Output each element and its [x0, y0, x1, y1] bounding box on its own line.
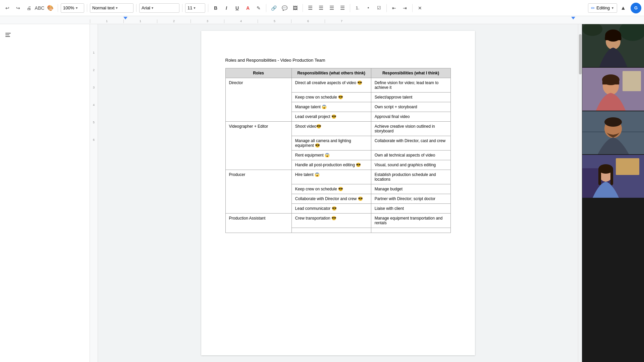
mine-cell: [371, 228, 450, 233]
font-size-selector[interactable]: 11 ▼: [185, 3, 205, 13]
document-outline-button[interactable]: [3, 29, 13, 40]
responsibilities-table: Roles Responsibilities (what others thin…: [225, 68, 451, 233]
col-header-mine: Responsibilities (what I think): [371, 68, 450, 78]
mine-cell: Own all technical aspects of video: [371, 150, 450, 160]
mine-cell: Liaise with client: [371, 204, 450, 214]
underline-button[interactable]: U: [232, 3, 242, 13]
bulleted-list-dropdown[interactable]: •: [364, 3, 373, 13]
undo-button[interactable]: ↩: [3, 3, 12, 13]
zoom-selector[interactable]: 100% ▼: [61, 3, 84, 13]
others-cell: Crew transportation 😎: [291, 214, 371, 228]
svg-point-17: [604, 117, 622, 127]
print-button[interactable]: 🖨: [24, 3, 34, 13]
image-button[interactable]: 🖼: [290, 3, 300, 13]
paint-format-button[interactable]: 🎨: [46, 3, 55, 13]
numbered-list-button[interactable]: 1.: [353, 3, 362, 13]
spell-check-button[interactable]: ABC: [35, 3, 44, 13]
bold-button[interactable]: B: [211, 3, 220, 13]
video-feed-2: [582, 68, 644, 111]
comment-button[interactable]: 💬: [280, 3, 289, 13]
others-cell: Collaborate with Director and crew 😎: [291, 194, 371, 204]
role-producer: Producer: [225, 170, 291, 214]
align-center-button[interactable]: ☰: [316, 3, 326, 13]
editing-mode-selector[interactable]: ✏ Editing ▼: [588, 3, 617, 13]
editing-label: Editing: [596, 5, 610, 10]
others-cell: Shoot video😎: [291, 122, 371, 136]
font-selector[interactable]: Arial ▼: [139, 3, 179, 13]
separator: [350, 4, 350, 12]
role-production-assistant: Production Assistant: [225, 214, 291, 233]
link-button[interactable]: 🔗: [269, 3, 278, 13]
main-area: 1 2 3 4 5 6 Roles and Responsibilities -…: [0, 24, 644, 362]
highlight-button[interactable]: ✎: [254, 3, 263, 13]
document[interactable]: Roles and Responsibilities - Video Produ…: [201, 31, 475, 355]
font-size-dropdown-arrow: ▼: [193, 6, 196, 10]
mine-cell: Own script + storyboard: [371, 102, 450, 112]
align-right-button[interactable]: ☰: [327, 3, 336, 13]
svg-rect-24: [598, 168, 601, 185]
style-selector[interactable]: Normal text ▼: [90, 3, 133, 13]
video-tile-3: [582, 111, 644, 155]
others-cell: Lead communicator 😎: [291, 204, 371, 214]
vertical-ruler: 1 2 3 4 5 6: [90, 24, 98, 362]
document-area[interactable]: Roles and Responsibilities - Video Produ…: [98, 24, 578, 362]
editing-pencil-icon: ✏: [591, 5, 595, 11]
ruler-mark: 5: [258, 19, 291, 23]
tab-stop-marker: [123, 17, 127, 19]
clear-format-button[interactable]: ✕: [415, 3, 425, 13]
others-cell: Direct all creative aspects of video 😎: [291, 78, 371, 93]
mine-cell: Approval final video: [371, 112, 450, 122]
ruler-marks: 1 1 2 3 4 5 6 7: [90, 19, 644, 23]
svg-rect-2: [5, 36, 10, 37]
col-header-others: Responsibilities (what others think): [291, 68, 371, 78]
align-left-button[interactable]: ☰: [306, 3, 315, 13]
style-dropdown-arrow: ▼: [115, 6, 118, 10]
style-value: Normal text: [92, 5, 114, 10]
justify-button[interactable]: ☰: [338, 3, 347, 13]
table-header-row: Roles Responsibilities (what others thin…: [225, 68, 450, 78]
decrease-indent-button[interactable]: ⇤: [389, 3, 399, 13]
role-videographer: Videographer + Editor: [225, 122, 291, 170]
ruler-mark: 7: [325, 19, 358, 23]
horizontal-ruler: 1 1 2 3 4 5 6 7: [0, 16, 644, 24]
vertical-scrollbar[interactable]: [578, 24, 582, 362]
separator: [303, 4, 303, 12]
mine-cell: Visual, sound and graphics editing: [371, 160, 450, 170]
scrollbar-thumb[interactable]: [579, 34, 582, 74]
separator: [58, 4, 58, 12]
video-tile-1: [582, 24, 644, 68]
table-row: Director Direct all creative aspects of …: [225, 78, 450, 93]
separator: [136, 4, 137, 12]
increase-indent-button[interactable]: ⇥: [400, 3, 410, 13]
role-director: Director: [225, 78, 291, 122]
left-sidebar: [0, 24, 90, 362]
redo-button[interactable]: ↪: [13, 3, 23, 13]
text-color-button[interactable]: A: [243, 3, 253, 13]
italic-button[interactable]: I: [222, 3, 231, 13]
ruler-mark: 6: [291, 19, 325, 23]
separator: [386, 4, 387, 12]
user-avatar[interactable]: G: [631, 3, 641, 13]
ruler-mark: 4: [224, 19, 258, 23]
svg-rect-1: [5, 35, 9, 35]
separator: [266, 4, 266, 12]
editing-dropdown-arrow: ▼: [611, 6, 614, 10]
mine-cell: Achieve creative vision outlined in stor…: [371, 122, 450, 136]
video-feed-3: [582, 111, 644, 155]
font-size-value: 11: [187, 5, 192, 10]
others-cell: Hire talent 😱: [291, 170, 371, 184]
table-row: Videographer + Editor Shoot video😎 Achie…: [225, 122, 450, 136]
others-cell: Lead overall project 😎: [291, 112, 371, 122]
separator: [412, 4, 413, 12]
checklist-dropdown[interactable]: ☑: [374, 3, 384, 13]
separator: [87, 4, 87, 12]
mine-cell: Establish production schedule and locati…: [371, 170, 450, 184]
mine-cell: Collaborate with Director, cast and crew: [371, 136, 450, 150]
toolbar-expand-button[interactable]: ▲: [619, 3, 628, 13]
ruler-mark: 2: [157, 19, 191, 23]
others-cell: Keep crew on schedule 😎: [291, 93, 371, 102]
table-row: Producer Hire talent 😱 Establish product…: [225, 170, 450, 184]
others-cell: Handle all post-production editing 😎: [291, 160, 371, 170]
video-tile-4: [582, 155, 644, 198]
separator: [208, 4, 208, 12]
